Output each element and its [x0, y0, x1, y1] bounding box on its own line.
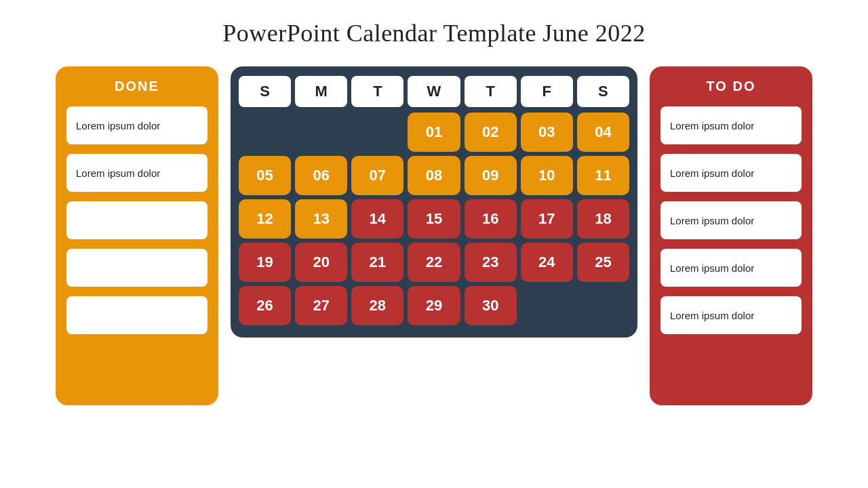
cal-cell: 18: [577, 199, 629, 239]
cal-cell: 24: [521, 243, 573, 282]
done-item: [66, 201, 208, 239]
cal-cell: [295, 113, 347, 152]
cal-day-header: T: [351, 76, 403, 107]
cal-day-header: W: [408, 76, 460, 107]
cal-cell: 11: [577, 156, 629, 195]
todo-heading: TO DO: [707, 79, 756, 94]
cal-cell: 19: [239, 243, 291, 282]
done-item: [66, 296, 208, 334]
cal-cell: 20: [295, 243, 347, 282]
cal-cell: 29: [408, 286, 460, 325]
cal-cell: 08: [408, 156, 460, 195]
cal-day-header: S: [239, 76, 291, 107]
done-item: Lorem ipsum dolor: [66, 154, 208, 192]
cal-cell: 17: [521, 199, 573, 239]
cal-day-header: M: [295, 76, 347, 107]
cal-day-header: S: [577, 76, 629, 107]
cal-cell: 30: [465, 286, 517, 325]
cal-cell: 16: [465, 199, 517, 239]
cal-cell: 22: [408, 243, 460, 282]
cal-cell: 10: [521, 156, 573, 195]
cal-day-header: T: [465, 76, 517, 107]
cal-cell: 03: [521, 113, 573, 152]
cal-cell: 07: [351, 156, 403, 195]
done-heading: DONE: [115, 79, 159, 94]
cal-cell: 15: [408, 199, 460, 239]
cal-cell: 05: [239, 156, 291, 195]
cal-cell: [577, 286, 629, 325]
done-panel: DONE Lorem ipsum dolorLorem ipsum dolor: [56, 66, 218, 405]
cal-cell: [351, 113, 403, 152]
cal-cell: 01: [408, 113, 460, 152]
calendar-panel: SMTWTFS 01020304050607080910111213141516…: [231, 66, 637, 338]
cal-cell: 04: [577, 113, 629, 152]
cal-cell: [239, 113, 291, 152]
cal-cell: 02: [465, 113, 517, 152]
cal-cell: 13: [295, 199, 347, 239]
calendar-grid: 0102030405060708091011121314151617181920…: [239, 113, 629, 325]
cal-cell: 06: [295, 156, 347, 195]
done-item: [66, 249, 208, 287]
done-item: Lorem ipsum dolor: [66, 106, 208, 144]
todo-item: Lorem ipsum dolor: [660, 249, 802, 287]
cal-cell: 26: [239, 286, 291, 325]
todo-panel: TO DO Lorem ipsum dolorLorem ipsum dolor…: [650, 66, 812, 405]
todo-item: Lorem ipsum dolor: [660, 106, 802, 144]
cal-cell: 28: [351, 286, 403, 325]
cal-cell: 27: [295, 286, 347, 325]
cal-cell: 21: [351, 243, 403, 282]
cal-cell: 09: [465, 156, 517, 195]
page-title: PowerPoint Calendar Template June 2022: [222, 19, 646, 47]
cal-cell: 25: [577, 243, 629, 282]
cal-day-header: F: [521, 76, 573, 107]
todo-item: Lorem ipsum dolor: [660, 154, 802, 192]
todo-item: Lorem ipsum dolor: [660, 201, 802, 239]
calendar-header: SMTWTFS: [239, 76, 629, 107]
cal-cell: 23: [465, 243, 517, 282]
cal-cell: 12: [239, 199, 291, 239]
main-layout: DONE Lorem ipsum dolorLorem ipsum dolor …: [0, 66, 868, 405]
cal-cell: [521, 286, 573, 325]
todo-item: Lorem ipsum dolor: [660, 296, 802, 334]
cal-cell: 14: [351, 199, 403, 239]
